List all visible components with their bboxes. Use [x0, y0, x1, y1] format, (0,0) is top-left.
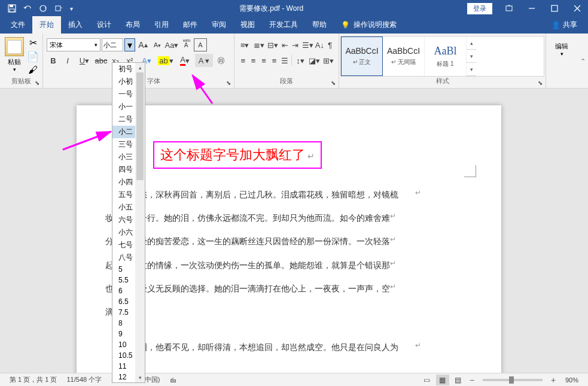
cut-button[interactable]: ✂ [26, 36, 39, 49]
shading-button[interactable]: ◪▾ [307, 54, 321, 67]
qat-customize-button[interactable]: ▾ [67, 1, 75, 16]
change-case-button[interactable]: Aa▾ [165, 38, 178, 51]
style-scroll-down[interactable]: ▾ [467, 50, 476, 63]
svg-rect-4 [56, 6, 60, 11]
char-shading-button[interactable]: A ▾ [195, 54, 213, 67]
zoom-level[interactable]: 90% [560, 376, 583, 384]
style-no-spacing[interactable]: AaBbCcI ↵ 无间隔 [383, 37, 425, 76]
show-marks-button[interactable]: ¶ [325, 38, 335, 51]
multilevel-button[interactable]: ⊟▾ [266, 38, 279, 51]
word-count-status[interactable]: 11/548 个字 [62, 375, 106, 384]
tab-layout[interactable]: 布局 [118, 16, 147, 34]
asian-layout-button[interactable]: ☰▾ [301, 38, 314, 51]
paragraph-launcher[interactable]: ⬊ [329, 78, 337, 87]
tab-file[interactable]: 文件 [4, 16, 32, 34]
close-button[interactable] [566, 0, 588, 17]
tab-home[interactable]: 开始 [32, 16, 61, 34]
ribbon-display-button[interactable] [498, 0, 520, 17]
focus-mode-button[interactable]: ▭ [421, 375, 434, 385]
login-button[interactable]: 登录 [467, 3, 492, 14]
font-launcher[interactable]: ⬊ [224, 78, 233, 87]
tab-design[interactable]: 设计 [90, 16, 118, 34]
style-normal[interactable]: AaBbCcI ↵ 正文 [341, 37, 383, 76]
distribute-button[interactable]: ☰ [280, 54, 290, 67]
tab-insert[interactable]: 插入 [61, 16, 90, 34]
save-button[interactable] [5, 1, 19, 16]
align-right-button[interactable]: ≡ [259, 54, 269, 67]
tab-review[interactable]: 审阅 [205, 16, 233, 34]
font-color-button[interactable]: A ▾ [176, 54, 194, 67]
tab-developer[interactable]: 开发工具 [262, 16, 305, 34]
align-left-button[interactable]: ≡ [238, 54, 248, 67]
enclose-char-button[interactable]: ㊃ [214, 54, 227, 67]
copy-button[interactable]: 📄 [26, 50, 39, 63]
zoom-in-button[interactable]: + [549, 375, 558, 385]
web-layout-button[interactable]: ▤ [452, 375, 465, 385]
minimize-button[interactable] [521, 0, 543, 17]
font-size-combo[interactable]: 小二 [102, 38, 123, 51]
dropdown-scrollbar[interactable]: ▴ ▾ [135, 63, 145, 382]
style-expand[interactable]: ▾ [467, 63, 476, 76]
increase-indent-button[interactable]: ⇥ [290, 38, 300, 51]
window-title: 需要修改.pdf - Word [75, 4, 467, 14]
style-heading1[interactable]: AaBl 标题 1 [425, 37, 467, 76]
page-number-status[interactable]: 第 1 页，共 1 页 [5, 375, 62, 384]
sort-button[interactable]: A↓ [315, 38, 324, 51]
highlight-button[interactable]: ab▾ [157, 54, 175, 67]
redo-button[interactable] [36, 1, 50, 16]
scroll-up-arrow[interactable]: ▴ [135, 63, 145, 72]
shrink-font-button[interactable]: A▾ [151, 38, 164, 51]
decrease-indent-button[interactable]: ⇤ [280, 38, 290, 51]
scroll-down-arrow[interactable]: ▾ [135, 373, 145, 382]
share-button[interactable]: 👤共享 [544, 16, 584, 34]
bullets-button[interactable]: ≡▾ [238, 38, 251, 51]
document-body[interactable]: 那离愁，深秋再回首，离别后，已过几秋。泪成霜花残，独留暗想，对镜梳 妆，泪已千行… [105, 183, 473, 359]
italic-button[interactable]: I [61, 54, 74, 67]
undo-button[interactable] [20, 1, 35, 16]
tab-help[interactable]: 帮助 [305, 16, 334, 34]
scroll-thumb[interactable] [136, 72, 144, 180]
styles-launcher[interactable]: ⬊ [536, 78, 544, 87]
svg-rect-2 [10, 9, 14, 12]
paste-button[interactable]: 粘贴 ▾ [4, 36, 25, 77]
zoom-out-button[interactable]: − [467, 375, 477, 385]
status-bar: 第 1 页，共 1 页 11/548 个字 📖 中文(中国) 🖮 ▭ ▦ ▤ −… [0, 373, 588, 386]
strikethrough-button[interactable]: abc [95, 54, 108, 67]
document-area[interactable]: 这个标题字号加大飘红了 那离愁，深秋再回首，离别后，已过几秋。泪成霜花残，独留暗… [0, 89, 588, 373]
zoom-thumb[interactable] [509, 376, 514, 384]
qat-more-button[interactable] [51, 1, 66, 16]
document-title[interactable]: 这个标题字号加大飘红了 [153, 141, 322, 169]
tab-view[interactable]: 视图 [233, 16, 262, 34]
maximize-button[interactable] [544, 0, 565, 17]
font-size-dropdown-button[interactable]: ▾ [124, 38, 135, 51]
line-spacing-button[interactable]: ↕▾ [294, 54, 307, 67]
align-center-button[interactable]: ≡ [248, 54, 258, 67]
style-gallery: AaBbCcI ↵ 正文 AaBbCcI ↵ 无间隔 AaBl 标题 1 ▴ ▾… [340, 36, 544, 77]
char-border-button[interactable]: A [194, 38, 207, 51]
page-corner-mark [464, 165, 476, 177]
grow-font-button[interactable]: A▴ [136, 38, 150, 51]
collapse-ribbon-button[interactable]: ⌃ [577, 34, 588, 89]
tab-tellme[interactable]: 💡操作说明搜索 [334, 16, 404, 34]
styles-group: AaBbCcI ↵ 正文 AaBbCcI ↵ 无间隔 AaBl 标题 1 ▴ ▾… [339, 34, 546, 88]
font-label: 字体 [77, 77, 230, 87]
style-scroll-up[interactable]: ▴ [467, 37, 476, 50]
numbering-button[interactable]: ≣▾ [252, 38, 265, 51]
underline-button[interactable]: U ▾ [75, 54, 93, 67]
justify-button[interactable]: ≡ [269, 54, 279, 67]
tab-references[interactable]: 引用 [147, 16, 176, 34]
clipboard-launcher[interactable]: ⬊ [33, 78, 41, 87]
zoom-slider[interactable] [483, 379, 543, 381]
bold-button[interactable]: B [47, 54, 60, 67]
font-name-combo[interactable]: 宋体▾ [47, 38, 100, 51]
title-bar: ▾ 需要修改.pdf - Word 登录 [0, 0, 588, 17]
phonetic-guide-button[interactable]: Awén [179, 38, 193, 51]
insert-mode-status[interactable]: 🖮 [165, 376, 181, 384]
paragraph-group: ≡▾ ≣▾ ⊟▾ ⇤ ⇥ ☰▾ A↓ ¶ ≡ ≡ ≡ ≡ ☰ ↕▾ ◪▾ ⊞▾ … [234, 34, 339, 88]
styles-label: 样式 [340, 77, 544, 87]
tab-mailings[interactable]: 邮件 [176, 16, 205, 34]
print-layout-button[interactable]: ▦ [436, 375, 449, 385]
borders-button[interactable]: ⊞▾ [322, 54, 335, 67]
format-painter-button[interactable]: 🖌 [26, 63, 39, 77]
edit-button[interactable]: 编辑 [555, 42, 568, 51]
